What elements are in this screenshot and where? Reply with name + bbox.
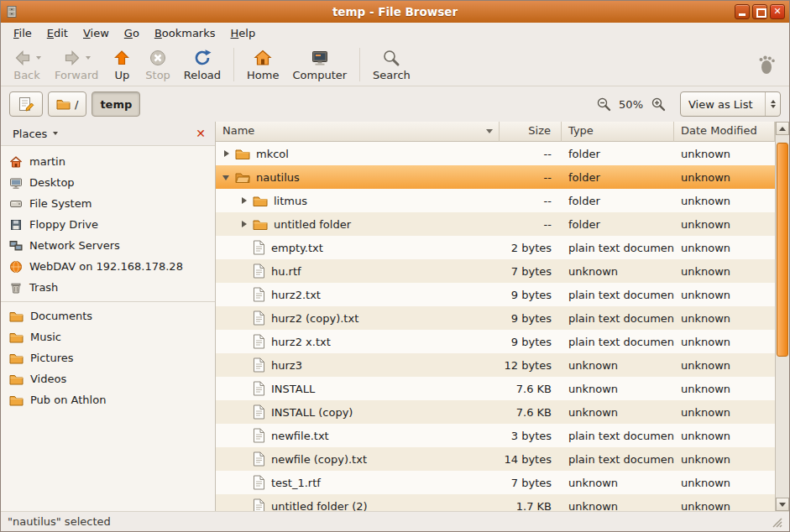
table-row[interactable]: INSTALL (copy) 7.6 KB unknown unknown — [216, 400, 775, 424]
places-selector[interactable]: Places — [6, 125, 65, 143]
view-mode-stepper[interactable] — [765, 92, 780, 116]
table-row[interactable]: test_1.rtf 7 bytes unknown unknown — [216, 471, 775, 494]
menu-edit[interactable]: Edit — [39, 24, 76, 42]
sidebar-item-videos[interactable]: Videos — [1, 368, 215, 389]
menu-file[interactable]: File — [6, 24, 39, 42]
text-file-icon — [253, 428, 265, 443]
close-button[interactable] — [770, 4, 785, 19]
table-row[interactable]: hurz2.txt 9 bytes plain text document un… — [216, 283, 775, 306]
table-row[interactable]: hurz3 12 bytes unknown unknown — [216, 353, 775, 377]
table-row[interactable]: newfile.txt 3 bytes plain text document … — [216, 424, 775, 447]
sidebar-item-webdav-on-192-168-178-28[interactable]: WebDAV on 192.168.178.28 — [1, 256, 215, 277]
scroll-down-button[interactable] — [776, 498, 789, 511]
file-modified: unknown — [674, 265, 775, 278]
gnome-throbber-icon — [757, 55, 776, 75]
toolbar-back-button[interactable]: Back — [6, 46, 48, 82]
scrollbar-thumb[interactable] — [777, 143, 788, 357]
toolbar-computer-button[interactable]: Computer — [285, 46, 353, 82]
sidebar-item-trash[interactable]: Trash — [1, 277, 215, 298]
column-header-date-modified[interactable]: Date Modified — [674, 122, 775, 142]
file-type: folder — [562, 148, 674, 160]
table-row[interactable]: empty.txt 2 bytes plain text document un… — [216, 236, 775, 259]
table-row[interactable]: untitled folder (2) 1.7 KB unknown unkno… — [216, 494, 775, 511]
menu-go[interactable]: Go — [117, 24, 147, 42]
folder-icon — [9, 310, 24, 322]
sidebar-item-file-system[interactable]: File System — [1, 193, 215, 214]
places-label: Places — [13, 128, 47, 140]
folder-icon — [253, 195, 268, 207]
expander-icon[interactable] — [221, 148, 233, 159]
sidebar-item-music[interactable]: Music — [1, 326, 215, 347]
expander-icon[interactable] — [238, 218, 251, 230]
maximize-button[interactable] — [752, 4, 767, 19]
scroll-up-button[interactable] — [776, 122, 789, 135]
table-row[interactable]: nautilus -- folder unknown — [216, 165, 775, 189]
history-dropdown-icon[interactable] — [86, 56, 91, 60]
sidebar-item-documents[interactable]: Documents — [1, 305, 215, 326]
resize-grip-icon[interactable] — [771, 516, 782, 528]
webdav-icon — [9, 260, 23, 274]
path-current-button[interactable]: temp — [92, 91, 140, 117]
places-list: martinDesktopFile SystemFloppy DriveNetw… — [1, 146, 215, 410]
zoom-out-button[interactable] — [594, 94, 614, 114]
sidebar-close-button[interactable]: ✕ — [191, 126, 210, 141]
file-modified: unknown — [674, 195, 775, 207]
expander-icon[interactable] — [221, 171, 233, 183]
toolbar-search-button[interactable]: Search — [366, 46, 417, 82]
zoom-in-button[interactable] — [648, 94, 668, 114]
menu-bookmarks[interactable]: Bookmarks — [147, 24, 223, 42]
toolbar-reload-button[interactable]: Reload — [177, 46, 228, 82]
expander-spacer — [238, 430, 251, 441]
view-mode-select[interactable]: View as List — [680, 91, 781, 117]
sidebar-item-pub-on-athlon[interactable]: Pub on Athlon — [1, 389, 215, 410]
history-dropdown-icon[interactable] — [36, 56, 41, 60]
column-header-name[interactable]: Name — [216, 122, 500, 142]
toolbar-separator — [359, 48, 360, 81]
file-type: folder — [562, 171, 674, 184]
sidebar-item-martin[interactable]: martin — [1, 151, 215, 172]
status-text: "nautilus" selected — [8, 515, 111, 528]
sort-indicator-icon — [486, 129, 493, 133]
table-row[interactable]: litmus -- folder unknown — [216, 189, 775, 212]
toolbar-up-button[interactable]: Up — [105, 46, 139, 82]
edit-location-button[interactable] — [9, 91, 43, 117]
places-dropdown-icon — [53, 132, 58, 135]
menu-view[interactable]: View — [76, 24, 117, 42]
sidebar-item-desktop[interactable]: Desktop — [1, 172, 215, 193]
sidebar-item-network-servers[interactable]: Network Servers — [1, 235, 215, 256]
table-row[interactable]: mkcol -- folder unknown — [216, 142, 775, 165]
file-modified: unknown — [674, 453, 775, 466]
vertical-scrollbar[interactable] — [775, 122, 789, 511]
table-row[interactable]: newfile (copy).txt 14 bytes plain text d… — [216, 447, 775, 471]
file-type: plain text document — [562, 242, 674, 254]
sidebar-item-pictures[interactable]: Pictures — [1, 347, 215, 368]
scroll-up-icon — [779, 127, 786, 131]
column-header-size[interactable]: Size — [500, 122, 562, 142]
text-file-icon — [253, 404, 265, 420]
minimize-button[interactable] — [735, 4, 750, 19]
expander-icon[interactable] — [238, 195, 251, 206]
table-row[interactable]: hurz2 (copy).txt 9 bytes plain text docu… — [216, 306, 775, 330]
file-size: 7 bytes — [500, 265, 562, 278]
file-type: plain text document — [562, 336, 674, 348]
column-header-type[interactable]: Type — [562, 122, 674, 142]
toolbar-forward-button[interactable]: Forward — [48, 46, 105, 82]
table-row[interactable]: hu.rtf 7 bytes unknown unknown — [216, 259, 775, 283]
file-modified: unknown — [674, 336, 775, 348]
table-row[interactable]: untitled folder -- folder unknown — [216, 212, 775, 236]
sidebar-item-floppy-drive[interactable]: Floppy Drive — [1, 214, 215, 235]
toolbar-home-button[interactable]: Home — [240, 46, 285, 82]
toolbar-stop-button[interactable]: Stop — [139, 46, 177, 82]
table-row[interactable]: INSTALL 7.6 KB unknown unknown — [216, 377, 775, 400]
menu-help[interactable]: Help — [223, 24, 264, 42]
folder-icon — [253, 218, 268, 231]
trash-icon — [9, 281, 23, 295]
file-modified: unknown — [674, 430, 775, 442]
main-area: Places ✕ martinDesktopFile SystemFloppy … — [1, 122, 789, 511]
file-name: hurz3 — [216, 357, 500, 373]
stop-icon — [148, 48, 168, 68]
path-root-button[interactable]: / — [48, 91, 86, 117]
table-row[interactable]: hurz2 x.txt 9 bytes plain text document … — [216, 330, 775, 353]
file-name: hurz2 (copy).txt — [216, 310, 500, 326]
titlebar[interactable]: temp - File Browser — [1, 1, 789, 23]
